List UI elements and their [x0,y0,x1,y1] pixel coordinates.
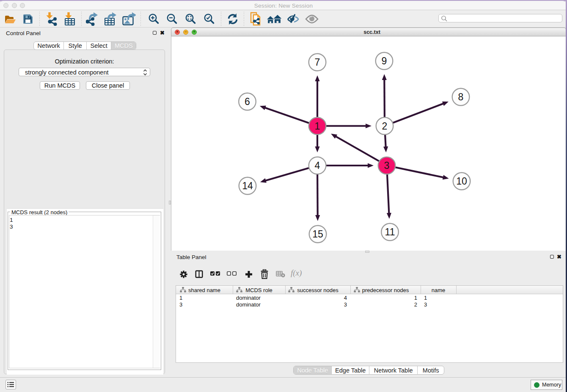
svg-text:7: 7 [315,57,320,68]
svg-text:2: 2 [382,121,388,132]
svg-text:9: 9 [382,55,387,66]
svg-text:15: 15 [312,229,323,240]
svg-text:6: 6 [245,96,250,107]
svg-text:4: 4 [315,160,320,171]
svg-text:1: 1 [315,121,320,132]
svg-text:8: 8 [458,91,464,102]
svg-text:14: 14 [242,180,253,191]
svg-text:10: 10 [456,176,467,187]
svg-text:11: 11 [385,226,395,237]
svg-text:3: 3 [384,160,390,171]
